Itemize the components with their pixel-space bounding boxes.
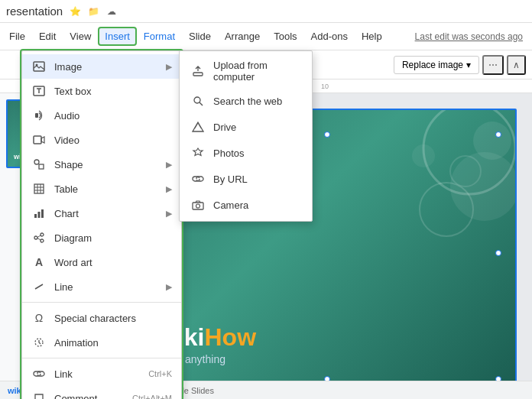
submenu-camera[interactable]: Camera [180, 192, 312, 218]
svg-point-35 [196, 204, 200, 208]
menu-bar: File Edit View Insert Format Slide Arran… [0, 23, 532, 50]
ruler-tick-10: 10 [310, 83, 340, 90]
comment-menu-icon [31, 391, 47, 399]
replace-image-label: Replace image [402, 60, 463, 70]
svg-rect-21 [34, 214, 37, 218]
url-icon [190, 171, 206, 187]
animation-menu-icon [31, 335, 47, 350]
last-edit[interactable]: Last edit was seconds ago [415, 31, 523, 42]
svg-rect-16 [34, 184, 44, 193]
menu-edit[interactable]: Edit [33, 28, 62, 45]
selection-handle-tm[interactable] [324, 131, 330, 138]
menu-divider-2 [22, 358, 181, 358]
photos-label: Photos [213, 148, 244, 159]
diagram-menu-icon [31, 230, 47, 245]
insert-menu-textbox[interactable]: Text box [22, 79, 181, 103]
menu-slide[interactable]: Slide [183, 28, 217, 45]
insert-menu-table[interactable]: Table ▶ [22, 177, 181, 201]
wordart-label: Word art [54, 257, 172, 268]
link-shortcut: Ctrl+K [148, 369, 172, 378]
menu-addons[interactable]: Add-ons [305, 28, 354, 45]
menu-format[interactable]: Format [138, 28, 181, 45]
svg-line-33 [200, 102, 203, 105]
shape-menu-icon [31, 157, 47, 172]
insert-menu-shape[interactable]: Shape ▶ [22, 152, 181, 177]
camera-label: Camera [213, 200, 248, 211]
video-menu-icon [31, 132, 47, 148]
dropdown-arrow-icon: ▾ [466, 60, 471, 70]
menu-view[interactable]: View [63, 28, 97, 45]
menu-file[interactable]: File [3, 28, 31, 45]
animation-label: Animation [54, 337, 172, 349]
shape-label: Shape [54, 159, 166, 170]
submenu-upload[interactable]: Upload from computer [180, 54, 312, 88]
menu-insert[interactable]: Insert [99, 28, 136, 45]
svg-point-8 [412, 144, 435, 167]
table-menu-icon [31, 181, 47, 196]
svg-point-32 [194, 97, 200, 103]
submenu-search-web[interactable]: Search the web [180, 88, 312, 114]
svg-rect-22 [38, 212, 41, 218]
diagram-label: Diagram [54, 232, 172, 244]
search-web-label: Search the web [213, 96, 282, 107]
title-bar: resentation ⭐ 📁 ☁ [0, 0, 532, 23]
menu-help[interactable]: Help [355, 28, 388, 45]
insert-menu-image[interactable]: Image ▶ [22, 54, 181, 79]
submenu-by-url[interactable]: By URL [180, 166, 312, 192]
svg-rect-12 [35, 113, 38, 118]
replace-image-button[interactable]: Replace image ▾ [394, 56, 479, 74]
insert-menu-diagram[interactable]: Diagram [22, 225, 181, 250]
submenu-photos[interactable]: Photos [180, 140, 312, 166]
svg-rect-15 [39, 164, 44, 169]
wordart-menu-icon: A [31, 255, 47, 270]
image-submenu: Upload from computer Search the web Driv… [179, 50, 313, 222]
svg-point-14 [34, 160, 39, 164]
chart-arrow-icon: ▶ [166, 209, 172, 219]
insert-menu-animation[interactable]: Animation [22, 330, 181, 355]
special-chars-menu-icon: Ω [31, 310, 47, 326]
selection-handle-tr[interactable] [495, 131, 501, 138]
insert-menu-audio[interactable]: Audio [22, 103, 181, 128]
svg-line-29 [35, 284, 43, 289]
collapse-button[interactable]: ∧ [507, 55, 526, 75]
insert-menu-chart[interactable]: Chart ▶ [22, 201, 181, 225]
url-label: By URL [213, 174, 248, 185]
video-label: Video [54, 135, 172, 146]
upload-icon [190, 63, 206, 79]
menu-tools[interactable]: Tools [268, 28, 303, 45]
line-label: Line [54, 281, 166, 293]
svg-rect-34 [193, 203, 203, 209]
svg-rect-13 [34, 136, 41, 144]
cloud-icon[interactable]: ☁ [105, 5, 118, 18]
insert-menu-comment[interactable]: Comment Ctrl+Alt+M [22, 386, 181, 399]
svg-rect-23 [41, 209, 44, 218]
slide-decoration-circles [347, 110, 515, 286]
title-icons: ⭐ 📁 ☁ [69, 5, 118, 18]
table-arrow-icon: ▶ [166, 184, 172, 194]
insert-menu-wordart[interactable]: A Word art [22, 250, 181, 274]
svg-point-24 [34, 236, 37, 239]
drive-label: Drive [213, 122, 236, 133]
image-menu-icon [31, 59, 47, 74]
table-label: Table [54, 183, 166, 195]
image-arrow-icon: ▶ [166, 62, 172, 72]
title-text: resentation [6, 5, 63, 18]
folder-icon[interactable]: 📁 [87, 5, 99, 18]
star-icon[interactable]: ⭐ [69, 5, 81, 18]
more-options-icon: ⋯ [488, 60, 498, 70]
submenu-drive[interactable]: Drive [180, 114, 312, 140]
insert-menu-video[interactable]: Video [22, 128, 181, 152]
menu-arrange[interactable]: Arrange [219, 28, 266, 45]
audio-label: Audio [54, 110, 172, 122]
drive-icon [190, 119, 206, 135]
insert-menu-line[interactable]: Line ▶ [22, 274, 181, 299]
how-text: How [204, 323, 256, 351]
svg-line-28 [37, 238, 41, 241]
more-options-button[interactable]: ⋯ [482, 55, 504, 75]
insert-menu-special-chars[interactable]: Ω Special characters [22, 306, 181, 330]
comment-shortcut: Ctrl+Alt+M [132, 394, 172, 399]
link-menu-icon [31, 366, 47, 381]
comment-label: Comment [54, 393, 126, 400]
selection-handle-mr[interactable] [495, 250, 501, 256]
insert-menu-link[interactable]: Link Ctrl+K [22, 362, 181, 386]
